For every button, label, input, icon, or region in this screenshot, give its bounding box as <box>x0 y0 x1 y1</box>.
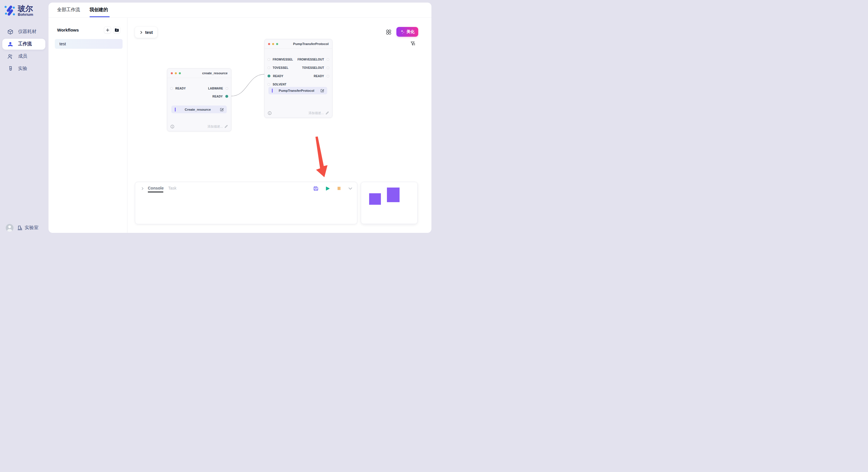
port-in-tovessel[interactable] <box>268 67 270 69</box>
port-row: SOLVENT <box>268 82 286 87</box>
play-icon <box>324 186 330 191</box>
sidebar: 玻尔 Bohrium 仪器耗材 工作流 <box>0 0 48 236</box>
import-folder-button[interactable] <box>113 26 120 34</box>
apps-clover-button[interactable] <box>385 28 392 36</box>
save-floppy-icon <box>313 186 319 191</box>
user-avatar[interactable] <box>6 224 13 232</box>
desc-placeholder[interactable]: 添加描述... <box>309 111 324 115</box>
node-create-resource[interactable]: create_resource READY LABWARE READY Crea… <box>167 68 231 131</box>
port-out-ready[interactable] <box>225 95 228 98</box>
port-row: READY <box>212 94 228 99</box>
filter-button[interactable] <box>409 40 416 47</box>
brand-logo[interactable]: 玻尔 Bohrium <box>0 0 48 16</box>
breadcrumb-label: test <box>145 30 153 35</box>
run-button[interactable] <box>324 185 330 192</box>
port-out-fromvesselout[interactable] <box>327 58 329 61</box>
dot-yellow <box>272 43 274 45</box>
chevron-right-icon <box>141 187 145 191</box>
edit-icon[interactable] <box>220 107 224 111</box>
folder-download-icon <box>115 28 119 32</box>
port-in-solvent[interactable] <box>268 83 270 86</box>
users-icon <box>7 54 13 59</box>
main-panel: 全部工作流 我创建的 Workflows <box>49 3 431 233</box>
tab-console[interactable]: Console <box>148 186 164 191</box>
port-row: FROMVESSELOUT <box>298 57 329 62</box>
info-icon[interactable] <box>268 111 272 115</box>
pause-icon <box>336 186 342 191</box>
action-label: PumpTransferProtocol <box>273 89 320 92</box>
console-collapse-button[interactable] <box>139 185 146 192</box>
node-pump-transfer-protocol[interactable]: PumpTransferProtocol FROMVESSEL FROMVESS… <box>265 39 332 118</box>
port-label: READY <box>212 95 223 98</box>
pencil-icon[interactable] <box>224 125 228 128</box>
sidebar-item-label: 实验 <box>18 66 27 72</box>
building-icon <box>17 225 23 231</box>
node-footer: 添加描述... <box>170 124 228 129</box>
tab-task[interactable]: Task <box>168 186 177 191</box>
node-action-pill[interactable]: PumpTransferProtocol <box>268 87 327 94</box>
port-row: READY <box>170 86 186 91</box>
chevron-right-icon <box>140 31 143 34</box>
port-in-fromvessel[interactable] <box>268 58 270 61</box>
lab-switcher[interactable]: 实验室 <box>17 225 38 231</box>
pencil-icon[interactable] <box>326 111 329 115</box>
add-workflow-button[interactable] <box>104 26 111 34</box>
desc-placeholder[interactable]: 添加描述... <box>208 125 223 129</box>
port-in-ready[interactable] <box>170 87 173 90</box>
dot-green <box>276 43 278 45</box>
app-window: 玻尔 Bohrium 仪器耗材 工作流 <box>0 0 434 236</box>
minimap-node-pump-transfer[interactable] <box>387 188 400 202</box>
sidebar-item-label: 成员 <box>18 53 27 59</box>
dot-red <box>171 72 173 74</box>
brand-subtitle: Bohrium <box>18 12 33 16</box>
bohrium-logo-icon <box>4 5 16 16</box>
dot-yellow <box>175 72 177 74</box>
sidebar-item-instruments[interactable]: 仪器耗材 <box>2 26 45 37</box>
funnel-filter-icon <box>410 41 415 46</box>
port-label: READY <box>314 74 324 78</box>
sidebar-item-members[interactable]: 成员 <box>2 51 45 62</box>
port-out-tovesselout[interactable] <box>327 67 329 69</box>
save-button[interactable] <box>313 185 319 192</box>
port-label: FROMVESSEL <box>273 58 293 61</box>
sidebar-item-experiments[interactable]: 实验 <box>2 63 45 74</box>
tab-all-workflows[interactable]: 全部工作流 <box>57 7 80 13</box>
node-footer: 添加描述... <box>268 111 329 115</box>
edge-ready-connector <box>231 74 265 96</box>
console-panel: Console Task <box>135 182 358 224</box>
dot-red <box>268 43 270 45</box>
beautify-button[interactable]: 美化 <box>396 27 418 37</box>
port-out-labware[interactable] <box>226 87 228 90</box>
edit-icon[interactable] <box>320 89 324 93</box>
minimize-panel-button[interactable] <box>347 185 353 192</box>
port-label: FROMVESSELOUT <box>298 58 324 61</box>
port-out-ready[interactable] <box>327 75 329 77</box>
workflow-list-item[interactable]: test <box>55 39 123 49</box>
workflow-tabbar: 全部工作流 我创建的 <box>49 3 431 18</box>
dot-green <box>179 72 181 74</box>
port-row: TOVESSEL <box>268 65 288 70</box>
action-label: Create_resource <box>176 108 220 111</box>
node-action-pill[interactable]: Create_resource <box>172 105 227 113</box>
sidebar-item-workflow[interactable]: 工作流 <box>2 39 45 49</box>
port-in-ready[interactable] <box>268 74 270 77</box>
minimap-node-create-resource[interactable] <box>369 193 381 205</box>
sparkles-icon <box>400 30 405 34</box>
traffic-dots <box>268 43 278 45</box>
info-icon[interactable] <box>170 125 174 129</box>
port-row: LABWARE <box>208 86 228 91</box>
node-header: create_resource <box>167 69 231 78</box>
package-icon <box>7 29 13 35</box>
minimap[interactable] <box>361 182 417 224</box>
traffic-dots <box>171 72 181 74</box>
pause-button[interactable] <box>336 185 342 192</box>
clover-icon <box>386 29 392 35</box>
port-label: SOLVENT <box>273 83 286 86</box>
active-tab-underline <box>90 16 110 17</box>
tab-my-created[interactable]: 我创建的 <box>90 7 108 13</box>
brand-title: 玻尔 <box>18 5 33 12</box>
breadcrumb-chip[interactable]: test <box>135 27 157 38</box>
port-label: LABWARE <box>208 87 223 90</box>
beautify-label: 美化 <box>407 29 415 34</box>
workflows-panel: Workflows tes <box>49 18 127 233</box>
